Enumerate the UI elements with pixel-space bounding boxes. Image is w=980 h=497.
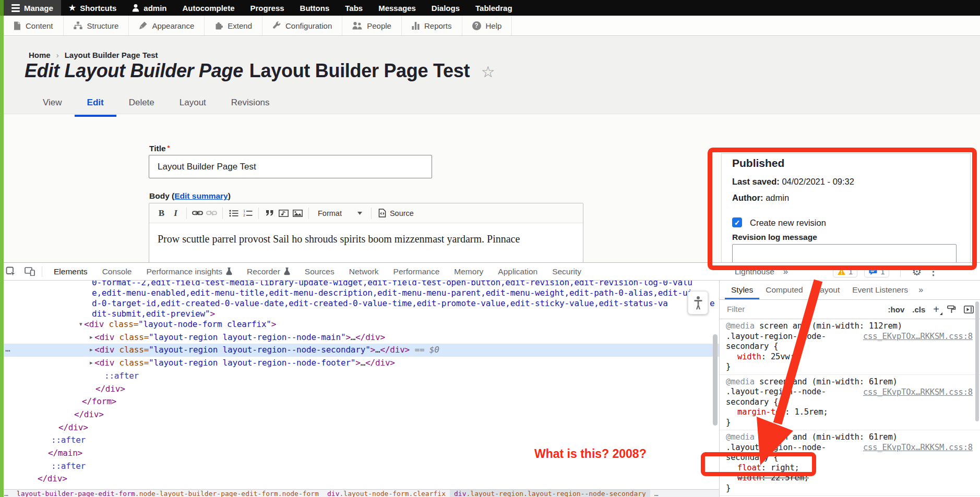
dom-tree-node[interactable]: </div> <box>58 421 88 434</box>
toggle-hover-state[interactable]: :hov <box>888 305 905 314</box>
tree-expand-arrow[interactable]: ▾ <box>79 321 82 328</box>
tree-expand-arrow[interactable]: ▸ <box>90 346 92 353</box>
image-button[interactable] <box>291 206 305 220</box>
italic-button[interactable]: I <box>169 206 183 220</box>
format-dropdown[interactable]: Format <box>313 209 367 217</box>
styles-tab-layout[interactable]: Layout <box>809 281 846 299</box>
attribute-value-line[interactable]: dit-submit,edit-preview"> <box>92 309 215 319</box>
admin-menu-item-configuration[interactable]: Configuration <box>262 16 342 35</box>
dom-tree-node[interactable]: ▸<div class="layout-region layout-region… <box>90 331 385 344</box>
dom-tree-node[interactable]: ::after <box>51 434 86 446</box>
admin-menu-item-content[interactable]: Content <box>4 16 64 35</box>
node-crumb-div[interactable]: div.layout-region.layout-region--node-se… <box>450 490 650 497</box>
node-crumb-div[interactable]: div.layout-node-form.clearfix <box>323 490 450 497</box>
new-style-rule-icon[interactable]: + <box>933 304 939 316</box>
elements-scrollbar[interactable] <box>713 334 718 426</box>
toggle-classes[interactable]: .cls <box>912 305 925 314</box>
dom-tree-node[interactable]: ▾<div class="layout-node-form clearfix"> <box>79 318 276 331</box>
media-button[interactable] <box>277 206 291 220</box>
css-property[interactable]: float: right; <box>726 463 974 474</box>
tab-revisions[interactable]: Revisions <box>219 95 282 117</box>
format-painter-icon[interactable] <box>947 305 956 313</box>
dom-tree-node[interactable]: </main> <box>48 447 82 459</box>
node-crumb-layout-builder-page-edit-form[interactable]: layout-builder-page-edit-form.node-layou… <box>13 490 323 497</box>
edit-summary-link[interactable]: Edit summary <box>174 191 228 200</box>
css-property[interactable]: width: 22.5rem; <box>726 473 974 483</box>
devtools-tab-network[interactable]: Network <box>342 263 386 280</box>
topbar-item-progress[interactable]: Progress <box>243 0 292 16</box>
numbered-list-button[interactable]: 12 <box>241 206 255 220</box>
stylesheet-source-link[interactable]: css_EKvpTOx…RKKSM.css:8 <box>863 387 973 398</box>
styles-tab-styles[interactable]: Styles <box>725 281 759 299</box>
topbar-item-admin[interactable]: admin <box>124 0 174 16</box>
topbar-item-autocomplete[interactable]: Autocomplete <box>175 0 243 16</box>
topbar-item-manage[interactable]: Manage <box>4 0 61 16</box>
topbar-item-messages[interactable]: Messages <box>371 0 424 16</box>
title-input[interactable] <box>149 155 432 178</box>
topbar-item-tabs[interactable]: Tabs <box>337 0 371 16</box>
settings-gear-icon[interactable]: ⚙ <box>912 265 922 278</box>
tab-lighthouse[interactable]: Lighthouse <box>733 263 776 280</box>
topbar-item-dialogs[interactable]: Dialogs <box>424 0 468 16</box>
kebab-menu-icon[interactable]: ⋮ <box>928 265 938 277</box>
tree-expand-arrow[interactable]: ▸ <box>90 359 92 366</box>
topbar-item-shortcuts[interactable]: ★Shortcuts <box>61 0 124 16</box>
breadcrumb-home-link[interactable]: Home <box>29 51 51 59</box>
bookmark-star-icon[interactable]: ☆ <box>481 63 495 80</box>
dom-tree-node[interactable]: ▸<div class="layout-region layout-region… <box>90 357 395 369</box>
computed-sidebar-toggle-icon[interactable] <box>964 306 974 313</box>
bulleted-list-button[interactable] <box>226 206 241 220</box>
stylesheet-source-link[interactable]: css_EKvpTOx…RKKSM.css:8 <box>863 443 973 453</box>
dom-tree-node[interactable]: ::after <box>51 460 86 472</box>
unlink-button[interactable] <box>205 206 219 220</box>
breadcrumb-overflow-right[interactable]: … <box>650 490 663 497</box>
styles-filter-input[interactable] <box>726 304 848 314</box>
blockquote-button[interactable] <box>262 206 277 220</box>
create-revision-checkbox[interactable]: ✓ <box>732 217 742 227</box>
devtools-tab-performance[interactable]: Performance <box>386 263 447 280</box>
link-button[interactable] <box>190 206 205 220</box>
admin-menu-item-structure[interactable]: Structure <box>64 16 129 35</box>
more-tabs-icon[interactable]: » <box>783 266 788 277</box>
styles-tab-event-listeners[interactable]: Event Listeners <box>846 281 914 299</box>
devtools-tab-console[interactable]: Console <box>95 263 139 280</box>
tab-edit[interactable]: Edit <box>75 95 116 117</box>
warnings-badge[interactable]: 1 <box>833 266 857 277</box>
devtools-tab-application[interactable]: Application <box>491 263 545 280</box>
css-property[interactable]: margin-top: 1.5rem; <box>726 407 974 418</box>
devtools-tab-elements[interactable]: Elements <box>46 263 95 280</box>
attribute-value-line[interactable]: 0-format--2,edit-field-test-media-librar… <box>92 281 692 288</box>
dom-tree-node[interactable]: ::after <box>104 370 139 382</box>
tree-expand-arrow[interactable]: ▸ <box>90 334 92 341</box>
dom-tree-node[interactable]: ▸<div class="layout-region layout-region… <box>90 344 439 356</box>
css-property[interactable]: width: 25vw; <box>726 352 974 362</box>
dom-tree-node[interactable]: </form> <box>82 395 116 408</box>
admin-menu-item-reports[interactable]: Reports <box>402 16 462 35</box>
dom-tree-node[interactable]: </div> <box>38 472 67 485</box>
accessibility-overlay-icon[interactable] <box>688 291 708 314</box>
topbar-item-tabledrag[interactable]: Tabledrag <box>468 0 520 16</box>
admin-menu-item-extend[interactable]: Extend <box>205 16 262 35</box>
stylesheet-source-link[interactable]: css_EKvpTOx…RKKSM.css:8 <box>863 332 973 342</box>
devtools-tab-security[interactable]: Security <box>545 263 589 280</box>
dom-tree-node[interactable]: </div> <box>95 383 125 395</box>
tab-delete[interactable]: Delete <box>116 95 167 117</box>
styles-tab-computed[interactable]: Computed <box>759 281 809 299</box>
styles-scrollbar[interactable] <box>975 301 979 421</box>
devtools-tab-recorder[interactable]: Recorder <box>240 263 297 280</box>
tab-layout[interactable]: Layout <box>167 95 219 117</box>
inspect-element-icon[interactable] <box>3 264 19 280</box>
tab-view[interactable]: View <box>30 95 75 117</box>
body-editor-text[interactable]: Prow scuttle parrel provost Sail ho shro… <box>149 223 583 255</box>
topbar-item-buttons[interactable]: Buttons <box>292 0 338 16</box>
source-button[interactable]: Source <box>375 209 417 217</box>
devtools-tab-sources[interactable]: Sources <box>297 263 342 280</box>
styles-more-tabs-icon[interactable]: » <box>914 281 927 299</box>
issues-badge[interactable]: 1 <box>864 266 889 277</box>
attribute-value-line[interactable]: d-0-target-id,edit-created-0-value-date,… <box>92 298 668 309</box>
devtools-tab-performance-insights[interactable]: Performance insights <box>139 263 240 280</box>
dom-tree-node[interactable]: </div> <box>74 408 104 421</box>
attribute-value-line[interactable]: e,edit-menu-enabled,edit-menu-title,edit… <box>92 288 692 298</box>
devtools-tab-memory[interactable]: Memory <box>447 263 491 280</box>
admin-menu-item-help[interactable]: ?Help <box>462 16 512 35</box>
